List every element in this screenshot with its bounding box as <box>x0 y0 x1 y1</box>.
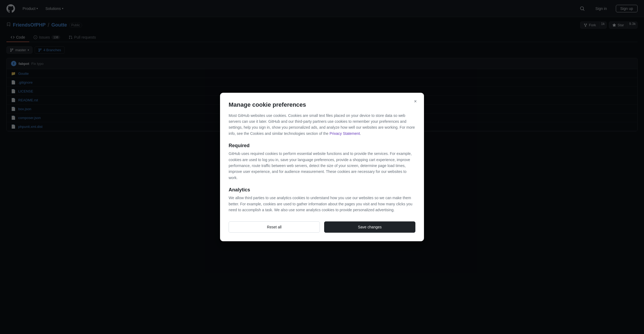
required-section: Required GitHub uses required cookies to… <box>229 143 415 181</box>
privacy-statement-link[interactable]: Privacy Statement <box>330 131 360 136</box>
required-title: Required <box>229 143 415 149</box>
modal-title: Manage cookie preferences <box>229 101 415 108</box>
analytics-title: Analytics <box>229 187 415 193</box>
analytics-text: We allow third parties to use analytics … <box>229 195 415 213</box>
close-icon: × <box>414 99 417 104</box>
modal-close-button[interactable]: × <box>411 97 420 106</box>
modal-intro-text: Most GitHub websites use cookies. Cookie… <box>229 113 415 137</box>
analytics-section: Analytics We allow third parties to use … <box>229 187 415 213</box>
cookie-preferences-modal: × Manage cookie preferences Most GitHub … <box>220 93 424 242</box>
required-text: GitHub uses required cookies to perform … <box>229 151 415 181</box>
modal-footer: Reset all Save changes <box>229 221 415 233</box>
save-changes-button[interactable]: Save changes <box>324 221 415 233</box>
modal-overlay[interactable]: × Manage cookie preferences Most GitHub … <box>0 0 644 334</box>
reset-all-button[interactable]: Reset all <box>229 221 320 233</box>
